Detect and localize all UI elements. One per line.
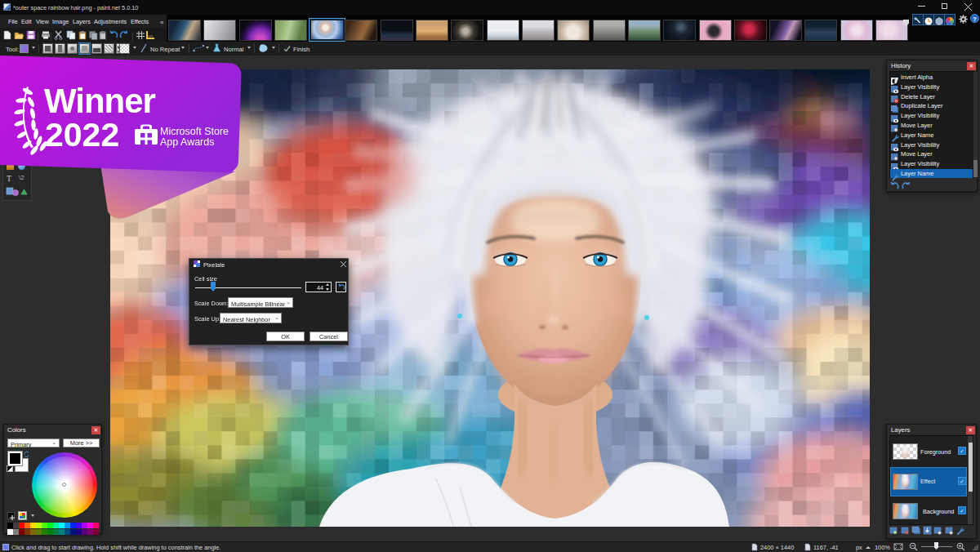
svg-text:Microsoft Store: Microsoft Store [160, 126, 229, 137]
svg-text:Winner: Winner [44, 82, 156, 120]
svg-text:2022: 2022 [45, 116, 119, 154]
svg-text:App Awards: App Awards [160, 136, 214, 148]
